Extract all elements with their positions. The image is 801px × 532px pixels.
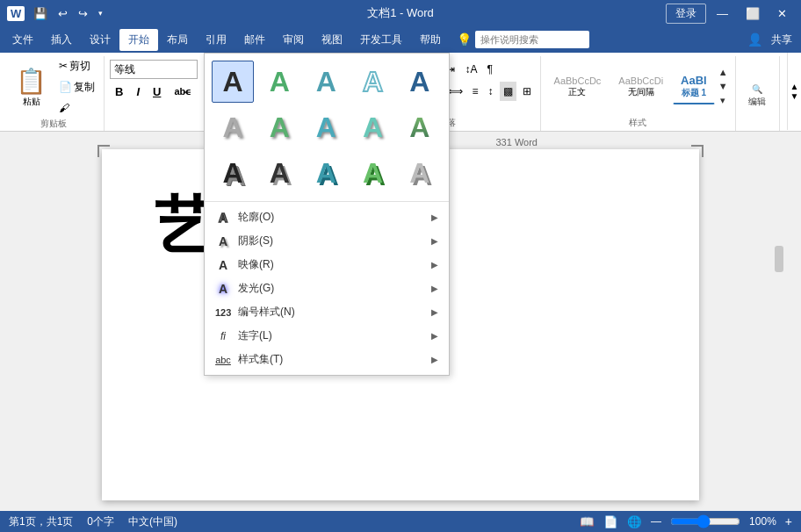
wordart-style-7[interactable]: A [258, 106, 300, 148]
save-button[interactable]: 💾 [30, 5, 51, 22]
copy-icon: 📄 [59, 81, 72, 93]
outline-label: 轮廓(O) [238, 210, 274, 225]
menu-review[interactable]: 审阅 [274, 29, 313, 51]
print-layout-button[interactable]: 📄 [603, 515, 618, 528]
wordart-style-5[interactable]: A [399, 61, 441, 103]
outline-arrow: ▶ [431, 212, 438, 222]
wordart-style-9[interactable]: A [352, 106, 394, 148]
styles-scroll-up[interactable]: ▲ [717, 66, 730, 78]
menu-outline[interactable]: A 轮廓(O) ▶ [205, 205, 449, 229]
share-button[interactable]: 共享 [766, 31, 797, 49]
scroll-thumb[interactable] [775, 246, 783, 272]
close-button[interactable]: ✕ [770, 5, 794, 22]
numbering-arrow: ▶ [431, 307, 438, 317]
styles-more[interactable]: ▾ [717, 94, 730, 107]
read-mode-button[interactable]: 📖 [580, 515, 595, 528]
web-layout-button[interactable]: 🌐 [627, 515, 642, 528]
menu-glow[interactable]: A 发光(G) ▶ [205, 277, 449, 300]
styles-scroll-down[interactable]: ▼ [717, 80, 730, 92]
find-button[interactable]: 🔍 编辑 [741, 81, 773, 111]
bracket-top-left [97, 145, 110, 157]
page-info: 第1页，共1页 [9, 514, 73, 529]
bold-button[interactable]: B [110, 82, 128, 101]
sort-button[interactable]: ↕A [461, 60, 480, 79]
menu-reflection[interactable]: A 映像(R) ▶ [205, 253, 449, 277]
wordart-style-6[interactable]: A [212, 106, 254, 148]
wordart-style-8[interactable]: A [305, 106, 347, 148]
stylistic-icon: abc [215, 355, 231, 365]
menu-stylistic-sets[interactable]: abc 样式集(T) ▶ [205, 348, 449, 371]
menu-home[interactable]: 开始 [119, 29, 158, 51]
menu-ligatures[interactable]: fi 连字(L) ▶ [205, 324, 449, 348]
menu-developer[interactable]: 开发工具 [351, 29, 411, 51]
wordart-style-4[interactable]: A [352, 61, 394, 103]
language-info: 中文(中国) [128, 514, 177, 529]
zoom-in-button[interactable]: + [785, 514, 792, 528]
search-input[interactable] [475, 31, 589, 48]
menu-design[interactable]: 设计 [81, 29, 119, 51]
menu-numbering[interactable]: 123 编号样式(N) ▶ [205, 300, 449, 324]
menu-shadow-left: A 阴影(S) [215, 234, 273, 248]
wordart-letter-5: A [409, 66, 429, 98]
wordart-style-14[interactable]: A [352, 152, 394, 194]
font-name-input[interactable] [110, 60, 198, 79]
copy-button[interactable]: 📄 复制 [55, 77, 98, 97]
wordart-letter-12: A [270, 157, 290, 190]
format-painter-button[interactable]: 🖌 [55, 98, 98, 118]
wordart-style-13[interactable]: A [305, 152, 347, 194]
redo-button[interactable]: ↪ [75, 5, 91, 22]
borders-button[interactable]: ⊞ [519, 82, 535, 101]
menu-help[interactable]: 帮助 [411, 29, 450, 51]
wordart-menu-options: A 轮廓(O) ▶ A 阴影(S) ▶ A 映像(R) ▶ [205, 202, 449, 375]
italic-button[interactable]: I [131, 82, 145, 101]
ribbon-scroll-button[interactable]: ▲ ▼ [787, 53, 801, 130]
wordart-style-12[interactable]: A [258, 152, 300, 194]
ribbon-group-styles: AaBbCcDc 正文 AaBbCcDi 无间隔 AaBl 标题 1 ▲ ▼ ▾… [541, 56, 736, 131]
restore-button[interactable]: ⬜ [739, 5, 767, 22]
distribute-button[interactable]: ≡ [469, 82, 482, 101]
menu-insert[interactable]: 插入 [42, 29, 81, 51]
share-icon: 👤 [747, 32, 762, 47]
painter-icon: 🖌 [59, 102, 69, 114]
wordart-letter-13: A [316, 157, 336, 190]
customize-quickaccess-button[interactable]: ▾ [95, 7, 106, 19]
wordart-letter-6: A [222, 111, 242, 144]
wordart-letter-8: A [316, 111, 336, 144]
wordart-letter-4: A [363, 66, 383, 98]
wordart-style-2[interactable]: A [258, 61, 300, 103]
wordart-style-10[interactable]: A [399, 106, 441, 148]
glow-arrow: ▶ [431, 284, 438, 293]
menu-file[interactable]: 文件 [4, 29, 42, 51]
style-heading1[interactable]: AaBl 标题 1 [673, 69, 715, 104]
undo-button[interactable]: ↩ [54, 5, 71, 22]
editing-label: 编辑 [748, 96, 766, 108]
menu-view[interactable]: 视图 [313, 29, 351, 51]
cut-button[interactable]: ✂ 剪切 [55, 56, 98, 75]
menu-shadow[interactable]: A 阴影(S) ▶ [205, 229, 449, 253]
strikethrough-button[interactable]: abc̶ [169, 82, 197, 101]
show-marks-button[interactable]: ¶ [483, 60, 495, 79]
style-normal[interactable]: AaBbCcDc 正文 [546, 71, 610, 103]
menu-layout[interactable]: 布局 [158, 29, 197, 51]
wordart-style-1[interactable]: A [212, 61, 254, 103]
wordart-letter-3: A [316, 66, 336, 98]
zoom-slider[interactable] [670, 514, 740, 528]
minimize-button[interactable]: — [710, 5, 735, 22]
wordart-style-15[interactable]: A [399, 152, 441, 194]
paste-button[interactable]: 📋 粘贴 [9, 61, 54, 113]
line-spacing-button[interactable]: ↕ [485, 82, 497, 101]
status-bar: 第1页，共1页 0个字 中文(中国) 📖 📄 🌐 — 100% + [0, 511, 801, 532]
style-no-space[interactable]: AaBbCcDi 无间隔 [610, 71, 671, 103]
wordart-style-11[interactable]: A [212, 152, 254, 194]
stylistic-label: 样式集(T) [238, 352, 283, 367]
reflection-label: 映像(R) [238, 257, 274, 272]
menu-bar: 文件 插入 设计 开始 布局 引用 邮件 审阅 视图 开发工具 帮助 💡 👤 共… [0, 26, 801, 53]
login-button[interactable]: 登录 [666, 4, 706, 24]
menu-mailings[interactable]: 邮件 [235, 29, 274, 51]
paste-icon: 📋 [16, 67, 47, 96]
shading-button[interactable]: ▩ [500, 82, 516, 101]
menu-references[interactable]: 引用 [197, 29, 235, 51]
wordart-style-3[interactable]: A [305, 61, 347, 103]
wordart-letter-7: A [270, 111, 290, 144]
underline-button[interactable]: U [148, 82, 166, 101]
